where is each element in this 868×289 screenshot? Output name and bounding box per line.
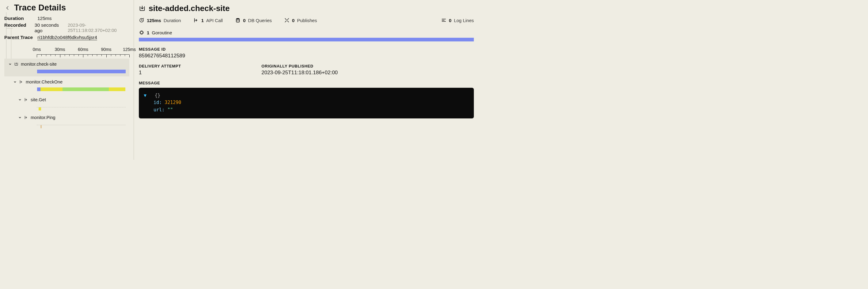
chevron-down-icon[interactable] <box>8 62 12 66</box>
delivery-attempt-label: DELIVERY ATTEMPT <box>139 64 243 68</box>
json-collapse-toggle[interactable]: ▼ <box>144 92 149 99</box>
timeline-axis: 0ms30ms60ms90ms125ms <box>37 47 129 53</box>
axis-tick: 60ms <box>78 47 88 52</box>
svg-rect-2 <box>141 31 143 34</box>
originally-published-label: ORIGINALLY PUBLISHED <box>261 64 474 68</box>
back-arrow-icon[interactable] <box>4 5 11 11</box>
span-name: monitor.Ping <box>31 115 56 120</box>
originally-published-value: 2023-09-25T11:18:01.186+02:00 <box>261 70 474 76</box>
axis-tick: 90ms <box>101 47 111 52</box>
axis-tick: 0ms <box>33 47 41 52</box>
page-title: Trace Details <box>14 3 66 12</box>
log-lines-icon <box>441 18 446 23</box>
json-val-url: "" <box>167 107 173 113</box>
message-json[interactable]: ▼ {} id: 321290 url: "" <box>139 88 474 118</box>
span-bar-track <box>37 107 126 111</box>
span-bar-track <box>37 70 126 73</box>
stat-api-calls: 1API Call <box>193 18 223 23</box>
span-row[interactable]: monitor.check-site <box>4 59 129 77</box>
recorded-timestamp: 2023-09-25T11:18:02.370+02:00 <box>68 22 129 33</box>
clock-icon <box>139 18 144 23</box>
stat-log-lines: 0Log Lines <box>441 18 474 23</box>
parent-trace-link[interactable]: ri1bhfdb2o048f6dkvhsu5jsr4 <box>37 35 97 40</box>
span-name: site.Get <box>31 97 46 102</box>
span-segment <box>37 70 126 73</box>
recorded-value: 30 seconds ago <box>35 22 65 33</box>
message-id-label: MESSAGE ID <box>139 47 474 52</box>
span-row[interactable]: site.Get <box>4 94 129 112</box>
panel-timeline-bar <box>139 38 474 41</box>
axis-tick: 30ms <box>55 47 65 52</box>
api-call-icon <box>193 18 198 23</box>
api-call-icon <box>19 80 23 84</box>
span-tree: monitor.check-sitemonitor.CheckOnesite.G… <box>4 59 129 130</box>
span-segment <box>40 87 63 91</box>
chevron-down-icon[interactable] <box>18 98 22 102</box>
chevron-down-icon[interactable] <box>18 116 22 119</box>
span-name: monitor.CheckOne <box>26 80 63 84</box>
span-name: monitor.check-site <box>21 62 57 66</box>
span-row[interactable]: monitor.CheckOne <box>4 77 129 94</box>
span-segment <box>39 107 41 111</box>
message-label: MESSAGE <box>139 81 474 85</box>
chevron-down-icon[interactable] <box>13 80 17 84</box>
json-key-url: url: <box>154 107 164 113</box>
recorded-label: Recorded <box>4 22 35 28</box>
stat-db-queries: 0DB Queries <box>235 18 272 23</box>
json-brace: {} <box>155 93 160 98</box>
database-icon <box>235 18 241 23</box>
cpu-icon <box>139 30 144 35</box>
svg-point-1 <box>236 18 240 20</box>
publish-icon <box>139 5 146 12</box>
publish-icon <box>14 62 19 66</box>
axis-tick: 125ms <box>123 47 136 52</box>
api-call-icon <box>24 115 28 120</box>
span-segment <box>109 87 125 91</box>
span-bar-track <box>37 125 126 128</box>
span-row[interactable]: monitor.Ping <box>4 112 129 130</box>
duration-label: Duration <box>4 16 37 21</box>
stat-publishes: 0Publishes <box>284 18 317 23</box>
delivery-attempt-value: 1 <box>139 70 243 76</box>
span-segment <box>63 87 109 91</box>
publishes-icon <box>284 18 290 23</box>
timeline-ruler <box>37 54 129 57</box>
span-bar-track <box>37 87 126 91</box>
parent-trace-label: Parent Trace <box>4 35 37 40</box>
span-segment <box>41 125 41 128</box>
duration-value: 125ms <box>37 16 52 21</box>
json-key-id: id: <box>154 100 162 105</box>
panel-title: site-added.check-site <box>149 4 229 13</box>
span-segment <box>37 87 40 91</box>
json-val-id: 321290 <box>164 100 181 105</box>
stat-duration: 125msDuration <box>139 18 181 23</box>
api-call-icon <box>24 97 28 102</box>
message-id-value: 8596276548112589 <box>139 53 474 59</box>
stat-goroutines: 1Goroutine <box>139 30 474 35</box>
